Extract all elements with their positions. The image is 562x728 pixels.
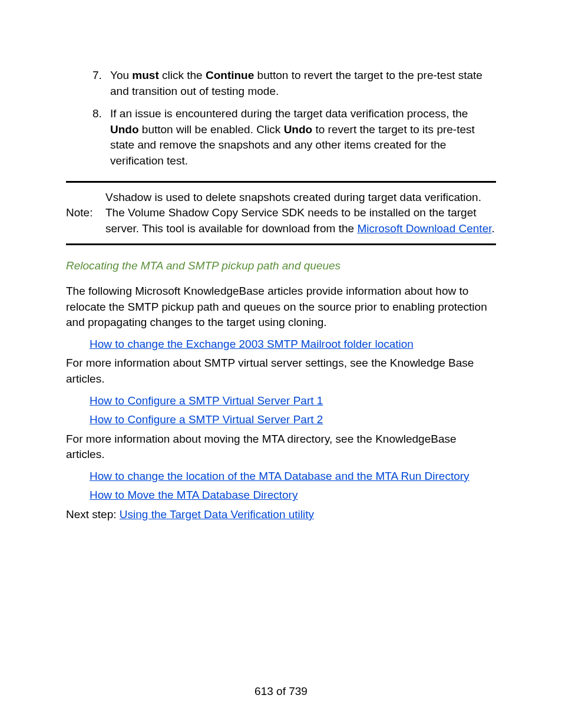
subheading: Relocating the MTA and SMTP pickup path … bbox=[66, 258, 496, 274]
kb-link-1[interactable]: How to change the Exchange 2003 SMTP Mai… bbox=[90, 338, 414, 350]
note-label: Note: bbox=[66, 205, 98, 221]
paragraph-2: For more information about SMTP virtual … bbox=[66, 355, 496, 387]
link-block: How to change the location of the MTA Da… bbox=[90, 469, 496, 485]
note-box: Note: Vshadow is used to delete snapshot… bbox=[66, 181, 496, 246]
link-block: How to Configure a SMTP Virtual Server P… bbox=[90, 393, 496, 409]
step-number: 8. bbox=[92, 106, 102, 122]
numbered-steps: 7. You must click the Continue button to… bbox=[66, 68, 496, 169]
kb-link-5[interactable]: How to Move the MTA Database Directory bbox=[90, 489, 297, 501]
note-link[interactable]: Microsoft Download Center bbox=[357, 222, 491, 235]
step-8: 8. If an issue is encountered during the… bbox=[92, 106, 496, 169]
kb-link-3[interactable]: How to Configure a SMTP Virtual Server P… bbox=[90, 413, 323, 426]
next-step: Next step: Using the Target Data Verific… bbox=[66, 507, 496, 523]
step-text: You must click the Continue button to re… bbox=[110, 69, 482, 97]
note-text: Vshadow is used to delete snapshots crea… bbox=[105, 190, 496, 237]
step-text: If an issue is encountered during the ta… bbox=[110, 107, 475, 167]
kb-link-4[interactable]: How to change the location of the MTA Da… bbox=[90, 470, 470, 482]
step-number: 7. bbox=[92, 68, 102, 84]
next-step-link[interactable]: Using the Target Data Verification utili… bbox=[120, 508, 314, 521]
document-page: 7. You must click the Continue button to… bbox=[0, 0, 562, 728]
page-footer: 613 of 739 bbox=[0, 684, 562, 700]
step-7: 7. You must click the Continue button to… bbox=[92, 68, 496, 99]
link-block: How to Move the MTA Database Directory bbox=[90, 487, 496, 503]
kb-link-2[interactable]: How to Configure a SMTP Virtual Server P… bbox=[90, 394, 323, 407]
paragraph-3: For more information about moving the MT… bbox=[66, 431, 496, 463]
link-block: How to Configure a SMTP Virtual Server P… bbox=[90, 412, 496, 428]
paragraph-1: The following Microsoft KnowledgeBase ar… bbox=[66, 284, 496, 331]
link-block: How to change the Exchange 2003 SMTP Mai… bbox=[90, 337, 496, 353]
